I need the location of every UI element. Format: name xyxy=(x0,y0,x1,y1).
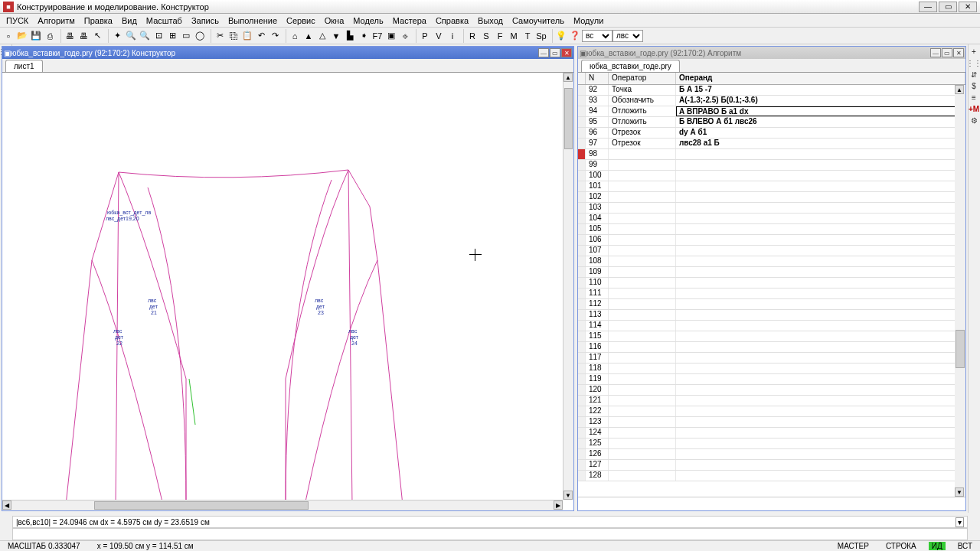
table-row[interactable]: 94ОтложитьА ВПРАВО Б а1 dx xyxy=(578,106,965,117)
cell-operand[interactable] xyxy=(676,374,965,384)
header-operand[interactable]: Операнд xyxy=(676,73,965,84)
panel-close-button[interactable]: ✕ xyxy=(953,48,964,57)
new-icon[interactable]: ▫ xyxy=(2,29,15,43)
cell-operand[interactable] xyxy=(676,181,965,191)
table-row[interactable]: 97Отрезоклвс28 а1 Б xyxy=(578,139,965,149)
table-row[interactable]: 104 xyxy=(578,214,965,224)
grid-scrollbar-vertical[interactable]: ▲ ▼ xyxy=(955,85,965,497)
cell-operand[interactable] xyxy=(676,353,965,363)
cell-operand[interactable] xyxy=(676,256,965,266)
formula-bar[interactable] xyxy=(578,497,965,510)
cell-operand[interactable]: А ВПРАВО Б а1 dx xyxy=(676,106,965,116)
home-icon[interactable]: ⌂ xyxy=(288,29,302,43)
status-master[interactable]: МАСТЕР xyxy=(833,542,874,550)
cell-operand[interactable] xyxy=(676,235,965,245)
table-row[interactable]: 128 xyxy=(578,471,965,481)
cell-operand[interactable] xyxy=(676,439,965,448)
exit-icon[interactable]: ⎆ xyxy=(398,29,412,43)
menu-item-5[interactable]: Запись xyxy=(187,15,224,27)
cell-operand[interactable] xyxy=(676,267,965,277)
cut-icon[interactable]: ✂ xyxy=(213,29,227,43)
table-row[interactable]: 118 xyxy=(578,364,965,374)
down-arrow-icon[interactable]: ▼ xyxy=(329,29,343,43)
cell-operand[interactable] xyxy=(676,203,965,213)
open-icon[interactable]: 📂 xyxy=(15,29,29,43)
cell-operand[interactable] xyxy=(676,471,965,481)
cell-operand[interactable]: dy А б1 xyxy=(676,128,965,138)
panel-maximize-button[interactable]: ▭ xyxy=(942,48,952,57)
table-row[interactable]: 114 xyxy=(578,321,965,331)
menu-item-13[interactable]: Самоучитель xyxy=(508,15,569,27)
table-row[interactable]: 124 xyxy=(578,428,965,439)
menu-item-2[interactable]: Правка xyxy=(80,15,117,27)
table-row[interactable]: 105 xyxy=(578,224,965,235)
menu-item-1[interactable]: Алгоритм xyxy=(33,15,80,27)
sp-button[interactable]: Sp xyxy=(534,29,548,43)
cell-operand[interactable]: Б ВЛЕВО А б1 лвс26 xyxy=(676,117,965,127)
table-row[interactable]: 99 xyxy=(578,160,965,171)
redo-icon[interactable]: ↷ xyxy=(268,29,282,43)
menu-item-11[interactable]: Справка xyxy=(431,15,473,27)
cell-operand[interactable]: лвс28 а1 Б xyxy=(676,139,965,148)
info-dropdown-icon[interactable]: ▾ xyxy=(956,517,964,527)
cell-operand[interactable]: Б А 15 -7 xyxy=(676,85,965,95)
table-row[interactable]: 126 xyxy=(578,449,965,460)
f7-button[interactable]: F7 xyxy=(371,29,384,43)
zoom-fit-icon[interactable]: ⊡ xyxy=(152,29,165,43)
header-operator[interactable]: Оператор xyxy=(609,73,676,84)
cell-operand[interactable] xyxy=(676,160,965,170)
stop-icon[interactable]: ▣ xyxy=(384,29,398,43)
field-combo-2[interactable]: лвс xyxy=(612,30,643,42)
cell-operand[interactable] xyxy=(676,406,965,416)
cell-operand[interactable] xyxy=(676,428,965,438)
status-line[interactable]: СТРОКА xyxy=(881,542,921,550)
cell-operand[interactable] xyxy=(676,449,965,459)
table-row[interactable]: 95ОтложитьБ ВЛЕВО А б1 лвс26 xyxy=(578,117,965,128)
r-button[interactable]: R xyxy=(466,29,479,43)
zoom-region-icon[interactable]: ▭ xyxy=(179,29,193,43)
table-row[interactable]: 120 xyxy=(578,385,965,396)
table-row[interactable]: 93ОбозначитьА(-1.3;-2.5) Б(0.1;-3.6) xyxy=(578,96,965,106)
cell-operand[interactable] xyxy=(676,192,965,202)
tab-algorithm-file[interactable]: юбка_вставки_годе.pry xyxy=(581,60,680,72)
cell-operand[interactable] xyxy=(676,364,965,373)
table-row[interactable]: 106 xyxy=(578,235,965,246)
tab-sheet1[interactable]: лист1 xyxy=(5,60,43,72)
table-row[interactable]: 123 xyxy=(578,417,965,428)
table-row[interactable]: 117 xyxy=(578,353,965,364)
v-button[interactable]: V xyxy=(432,29,446,43)
table-row[interactable]: 119 xyxy=(578,374,965,385)
m-button[interactable]: M xyxy=(507,29,521,43)
menu-item-4[interactable]: Масштаб xyxy=(142,15,187,27)
run-arrow-icon[interactable]: ➧ xyxy=(357,29,371,43)
table-row[interactable]: 113 xyxy=(578,310,965,321)
cell-operand[interactable] xyxy=(676,171,965,181)
drawing-canvas[interactable]: юбка_вст_дет_лв лвс_дет19,20 лвс дет 21 … xyxy=(2,73,573,510)
table-row[interactable]: 98 xyxy=(578,149,965,160)
cell-operand[interactable] xyxy=(676,396,965,406)
table-row[interactable]: 109 xyxy=(578,267,965,278)
maximize-button[interactable]: ▭ xyxy=(939,2,957,12)
table-row[interactable]: 125 xyxy=(578,439,965,449)
save-icon[interactable]: 💾 xyxy=(29,29,43,43)
paste-icon[interactable]: 📋 xyxy=(240,29,254,43)
menu-item-12[interactable]: Выход xyxy=(473,15,508,27)
menu-item-7[interactable]: Сервис xyxy=(282,15,320,27)
minimize-button[interactable]: — xyxy=(919,2,937,12)
menu-item-6[interactable]: Выполнение xyxy=(224,15,282,27)
canvas-scrollbar-horizontal[interactable]: ◀ ▶ xyxy=(2,500,563,510)
table-row[interactable]: 121 xyxy=(578,396,965,406)
cell-operand[interactable] xyxy=(676,460,965,470)
cell-operand[interactable] xyxy=(676,310,965,320)
delta-icon[interactable]: △ xyxy=(315,29,329,43)
algorithm-titlebar[interactable]: ▣ юбка_вставки_годе.pry (92:170:2) Алгор… xyxy=(578,47,965,59)
table-row[interactable]: 111 xyxy=(578,289,965,299)
f-button[interactable]: F xyxy=(493,29,507,43)
table-row[interactable]: 112 xyxy=(578,299,965,310)
save-as-icon[interactable]: ⎙ xyxy=(43,29,57,43)
table-row[interactable]: 102 xyxy=(578,192,965,203)
line-arrow-icon[interactable]: ▙ xyxy=(343,29,357,43)
menu-item-14[interactable]: Модули xyxy=(569,15,608,27)
cell-operand[interactable] xyxy=(676,149,965,159)
cursor-icon[interactable]: ↖ xyxy=(90,29,104,43)
